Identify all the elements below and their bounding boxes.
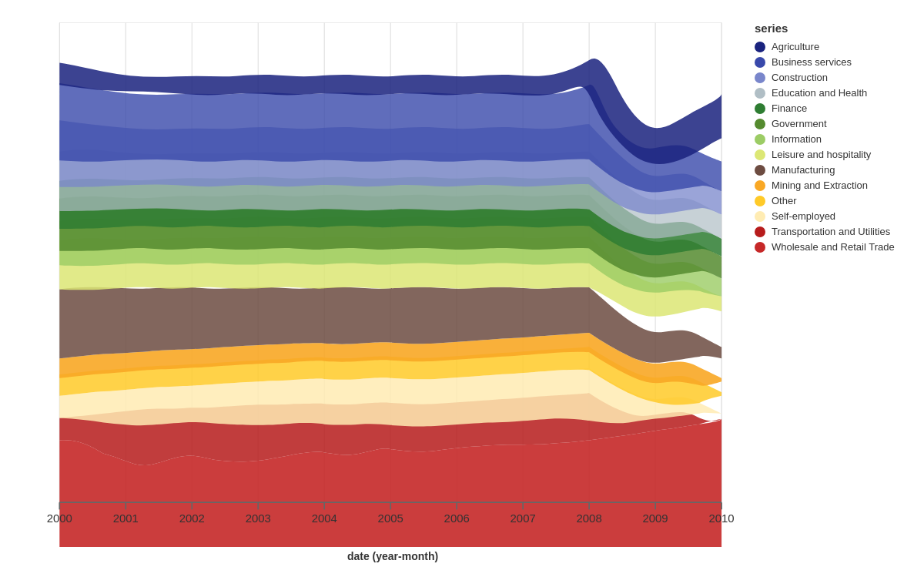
legend-item-label: Agriculture [772,41,819,52]
x-tick-2002: 2002 [179,511,205,524]
x-tick-2005: 2005 [378,511,403,524]
legend-item-label: Construction [772,72,828,83]
x-axis-label: date (year-month) [15,547,739,564]
legend-color-dot [755,103,765,114]
legend-item-label: Wholesale and Retail Trade [772,241,895,253]
legend-item-label: Business services [772,56,852,68]
legend-item-label: Manufacturing [772,164,835,176]
x-tick-2001: 2001 [113,511,139,524]
legend-color-dot [755,57,765,68]
legend-color-dot [755,165,765,176]
legend-color-dot [755,149,765,160]
legend-color-dot [755,88,765,99]
legend-item: Wholesale and Retail Trade [755,241,909,253]
legend-item: Government [755,118,909,129]
chart-legend: series AgricultureBusiness servicesConst… [739,14,909,257]
legend-item-label: Finance [772,102,807,114]
legend-color-dot [755,211,765,222]
legend-color-dot [755,119,765,129]
legend-item-label: Self-employed [772,210,835,222]
legend-item-label: Government [772,118,827,129]
x-tick-2000: 2000 [47,511,72,524]
legend-item-label: Leisure and hospitality [772,149,871,160]
x-tick-2004: 2004 [312,511,337,524]
legend-item-label: Education and Health [772,87,867,99]
legend-item: Business services [755,56,909,68]
legend-title: series [755,22,909,35]
svg-wrapper: 2000 2001 2002 2003 2004 2005 2006 2007 … [15,14,739,547]
legend-color-dot [755,72,765,83]
legend-item: Education and Health [755,87,909,99]
legend-item: Mining and Extraction [755,179,909,191]
chart-area: 2000 2001 2002 2003 2004 2005 2006 2007 … [15,14,739,553]
x-tick-2006: 2006 [444,511,470,524]
legend-item: Self-employed [755,210,909,222]
legend-item-label: Mining and Extraction [772,179,868,191]
legend-item-label: Transportation and Utilities [772,226,890,237]
legend-item: Transportation and Utilities [755,226,909,237]
legend-color-dot [755,180,765,191]
legend-item: Information [755,133,909,145]
legend-item-label: Other [772,195,797,206]
legend-color-dot [755,242,765,253]
legend-item-label: Information [772,133,822,145]
legend-item: Finance [755,102,909,114]
legend-item: Manufacturing [755,164,909,176]
x-tick-2007: 2007 [511,511,536,524]
x-tick-2010: 2010 [709,511,735,524]
x-tick-2003: 2003 [246,511,271,524]
legend-color-dot [755,134,765,145]
legend-color-dot [755,42,765,52]
chart-container: 2000 2001 2002 2003 2004 2005 2006 2007 … [15,14,909,553]
legend-color-dot [755,226,765,237]
legend-item: Leisure and hospitality [755,149,909,160]
legend-item: Construction [755,72,909,83]
x-tick-2009: 2009 [643,511,668,524]
legend-item: Agriculture [755,41,909,52]
main-chart-svg: 2000 2001 2002 2003 2004 2005 2006 2007 … [15,14,739,547]
legend-item: Other [755,195,909,206]
legend-color-dot [755,196,765,206]
x-tick-2008: 2008 [577,511,602,524]
